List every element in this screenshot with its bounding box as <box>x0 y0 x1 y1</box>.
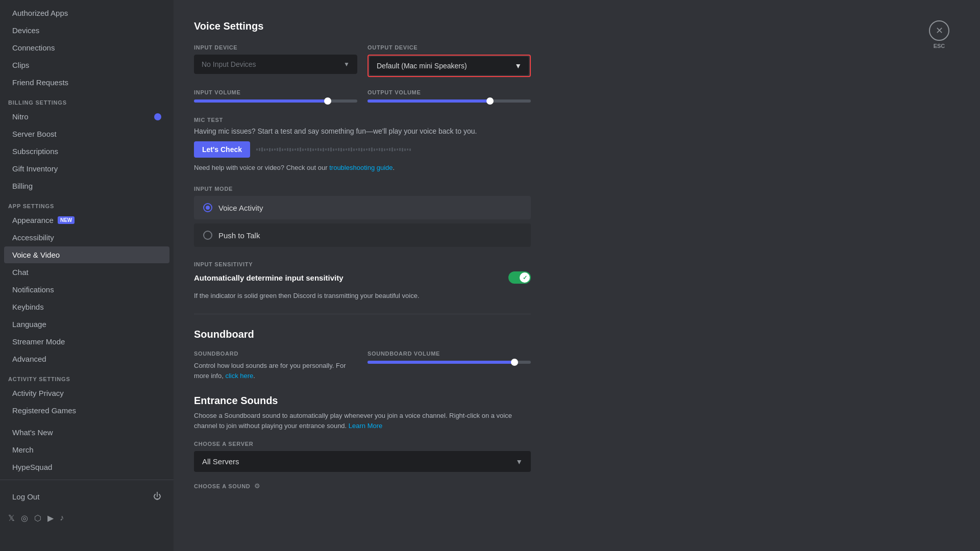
tiktok-icon[interactable]: ♪ <box>60 513 64 523</box>
sidebar-item-appearance[interactable]: Appearance NEW <box>4 212 169 229</box>
output-volume-thumb[interactable] <box>486 97 494 105</box>
sidebar-item-subscriptions[interactable]: Subscriptions <box>4 143 169 160</box>
settings-small-icon[interactable]: ⚙ <box>254 482 260 490</box>
soundboard-link[interactable]: click here <box>225 372 253 380</box>
input-volume-track[interactable] <box>194 99 357 103</box>
voice-activity-option[interactable]: Voice Activity <box>194 196 531 219</box>
sidebar-section-top: Authorized Apps Devices Connections Clip… <box>0 5 174 91</box>
learn-more-link[interactable]: Learn More <box>349 422 382 430</box>
sidebar-item-accessibility[interactable]: Accessibility <box>4 229 169 246</box>
audio-bar <box>287 148 288 151</box>
input-device-select[interactable]: No Input Devices ▼ <box>194 55 357 74</box>
sidebar-label-accessibility: Accessibility <box>12 233 54 242</box>
social-icons-row: 𝕏 ◎ ⬡ ▶ ♪ <box>0 507 174 529</box>
audio-bar <box>272 148 273 151</box>
sensitivity-toggle[interactable]: ✓ <box>508 271 531 284</box>
lets-check-button[interactable]: Let's Check <box>194 141 250 158</box>
audio-bar <box>366 148 368 151</box>
all-servers-chevron: ▼ <box>516 458 523 466</box>
audio-bar <box>328 148 329 151</box>
esc-circle[interactable]: ✕ <box>929 20 949 41</box>
sidebar-label-merch: Merch <box>12 445 34 454</box>
sidebar-item-notifications[interactable]: Notifications <box>4 281 169 298</box>
mic-test-label: MIC TEST <box>194 117 531 123</box>
soundboard-desc-2: . <box>253 372 255 380</box>
mic-test-section: MIC TEST Having mic issues? Start a test… <box>194 117 531 171</box>
audio-bar <box>284 148 286 151</box>
troubleshoot-link[interactable]: troubleshooting guide <box>329 164 393 171</box>
audio-bar <box>397 148 398 151</box>
audio-bar <box>386 148 388 151</box>
sidebar-item-activity-privacy[interactable]: Activity Privacy <box>4 385 169 402</box>
facebook-icon[interactable]: ⬡ <box>34 513 41 523</box>
esc-button[interactable]: ✕ ESC <box>929 20 949 49</box>
sidebar-item-nitro[interactable]: Nitro <box>4 108 169 125</box>
sidebar-label-hypesquad: HypeSquad <box>12 463 52 471</box>
sidebar-item-friend-requests[interactable]: Friend Requests <box>4 74 169 91</box>
input-volume-thumb[interactable] <box>324 97 331 105</box>
sidebar-item-authorized-apps[interactable]: Authorized Apps <box>4 5 169 21</box>
soundboard-volume-col: SOUNDBOARD VOLUME <box>368 350 531 381</box>
divider-1 <box>194 314 531 314</box>
sidebar-item-streamer-mode[interactable]: Streamer Mode <box>4 333 169 350</box>
sidebar-label-subscriptions: Subscriptions <box>12 147 58 156</box>
soundboard-col: SOUNDBOARD Control how loud sounds are f… <box>194 350 357 381</box>
voice-activity-radio-inner <box>206 206 210 210</box>
sidebar-item-whats-new[interactable]: What's New <box>4 424 169 441</box>
voice-activity-label: Voice Activity <box>218 204 263 212</box>
sidebar-label-gift-inventory: Gift Inventory <box>12 164 58 173</box>
sidebar-item-clips[interactable]: Clips <box>4 57 169 73</box>
audio-bar <box>348 148 350 151</box>
input-volume-col: INPUT VOLUME <box>194 89 357 103</box>
audio-bar <box>277 148 278 151</box>
soundboard-description: Control how loud sounds are for you pers… <box>194 361 357 381</box>
sidebar-item-hypesquad[interactable]: HypeSquad <box>4 459 169 475</box>
sidebar-item-billing[interactable]: Billing <box>4 178 169 194</box>
audio-bar <box>409 148 411 151</box>
sidebar-item-advanced[interactable]: Advanced <box>4 350 169 367</box>
sidebar-label-billing: Billing <box>12 182 33 190</box>
sidebar-item-chat[interactable]: Chat <box>4 264 169 281</box>
input-device-label: INPUT DEVICE <box>194 44 357 51</box>
sidebar-label-registered-games: Registered Games <box>12 406 76 415</box>
soundboard-volume-track[interactable] <box>368 361 531 364</box>
output-volume-track[interactable] <box>368 99 531 103</box>
sidebar-item-merch[interactable]: Merch <box>4 441 169 458</box>
instagram-icon[interactable]: ◎ <box>21 513 28 523</box>
sidebar-item-server-boost[interactable]: Server Boost <box>4 126 169 142</box>
audio-bar <box>325 148 327 151</box>
sidebar-item-gift-inventory[interactable]: Gift Inventory <box>4 160 169 177</box>
audio-bar <box>394 148 396 151</box>
output-device-select[interactable]: Default (Mac mini Speakers) ▼ <box>370 57 529 75</box>
sidebar-label-logout: Log Out <box>12 492 39 501</box>
sidebar-item-registered-games[interactable]: Registered Games <box>4 402 169 419</box>
audio-bar <box>295 148 296 151</box>
sidebar-item-devices[interactable]: Devices <box>4 22 169 39</box>
sensitivity-description: If the indicator is solid green then Dis… <box>194 292 531 299</box>
audio-bar <box>289 148 291 152</box>
audio-bar <box>307 148 309 151</box>
audio-bar <box>343 148 345 151</box>
sidebar-label-connections: Connections <box>12 43 55 52</box>
push-to-talk-radio <box>203 231 212 240</box>
twitter-icon[interactable]: 𝕏 <box>8 513 15 523</box>
all-servers-select[interactable]: All Servers ▼ <box>194 451 531 472</box>
sidebar-item-voice-video[interactable]: Voice & Video <box>4 246 169 263</box>
sidebar-item-logout[interactable]: Log Out ⏻ <box>4 488 169 505</box>
output-volume-fill <box>368 99 490 103</box>
soundboard-section: Soundboard SOUNDBOARD Control how loud s… <box>194 329 531 381</box>
soundboard-volume-thumb[interactable] <box>511 359 518 366</box>
push-to-talk-option[interactable]: Push to Talk <box>194 223 531 247</box>
voice-activity-radio <box>203 203 212 212</box>
youtube-icon[interactable]: ▶ <box>47 513 54 523</box>
sidebar-item-keybinds[interactable]: Keybinds <box>4 298 169 315</box>
choose-a-sound-row: CHOOSE A SOUND ⚙ <box>194 482 531 490</box>
audio-visualizer <box>256 142 531 157</box>
sidebar-item-language[interactable]: Language <box>4 316 169 333</box>
sidebar-label-voice-video: Voice & Video <box>12 251 60 259</box>
main-content: Voice Settings INPUT DEVICE No Input Dev… <box>174 0 878 551</box>
audio-bar <box>259 148 260 151</box>
sidebar-item-connections[interactable]: Connections <box>4 39 169 56</box>
sidebar-section-billing: Billing Settings Nitro Server Boost Subs… <box>0 91 174 194</box>
audio-bar <box>389 148 390 151</box>
